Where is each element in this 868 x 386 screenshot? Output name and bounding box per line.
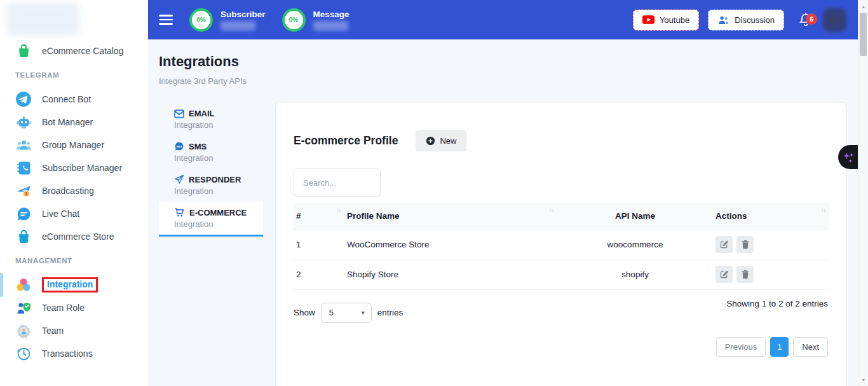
scroll-up-arrow[interactable]: ▲ <box>858 1 868 11</box>
message-stat-value-blurred <box>313 21 348 31</box>
tab-title: EMAIL <box>189 109 214 118</box>
shopping-bag-icon <box>15 43 32 59</box>
notifications-bell[interactable]: 6 <box>798 11 813 28</box>
column-header-actions[interactable]: Actions↑↓ <box>713 203 829 230</box>
discussion-button-label: Discussion <box>735 15 775 25</box>
show-label: Show <box>294 308 315 317</box>
panel-title: E-commerce Profile <box>294 134 398 148</box>
sidebar-item-label: Group Manager <box>42 140 104 150</box>
ecommerce-profile-card: E-commerce Profile New #↑↓ Profile Name↑… <box>275 102 846 386</box>
tab-subtitle: Integration <box>174 120 263 130</box>
sidebar-item-integration[interactable]: Integration <box>0 273 148 296</box>
youtube-button-label: Youtube <box>660 15 689 25</box>
subscriber-stat-label: Subscriber <box>220 10 266 19</box>
table-row: 2 Shopify Store shopify <box>294 259 829 289</box>
plus-circle-icon <box>426 136 435 146</box>
page-size-value: 5 <box>329 308 334 317</box>
entries-label: entries <box>377 308 403 317</box>
column-header-num[interactable]: #↑↓ <box>294 203 344 230</box>
app-logo <box>6 3 79 36</box>
sms-bubble-icon: SMS <box>174 141 184 151</box>
message-progress-ring: 0% <box>282 8 306 32</box>
envelope-icon <box>174 109 184 118</box>
sidebar-item-connect-bot[interactable]: Connect Bot <box>0 88 148 111</box>
youtube-button[interactable]: Youtube <box>633 10 699 31</box>
sidebar-item-group-manager[interactable]: Group Manager <box>0 134 148 156</box>
sidebar-item-label: Team <box>42 326 64 336</box>
sidebar-item-team-role[interactable]: Team Role <box>0 296 148 319</box>
robot-icon <box>15 114 32 130</box>
tab-subtitle: Integration <box>174 186 263 196</box>
sidebar-item-label: Integration <box>47 279 93 289</box>
scrollbar-thumb[interactable] <box>860 13 867 56</box>
entries-summary: Showing 1 to 2 of 2 entries <box>726 299 828 323</box>
column-header-api-name[interactable]: API Name <box>557 203 713 230</box>
edit-icon <box>719 240 729 249</box>
svg-text:SMS: SMS <box>177 145 182 148</box>
color-circles-icon <box>15 277 32 293</box>
sort-icon: ↑↓ <box>821 207 825 213</box>
sidebar-item-live-chat[interactable]: Live Chat <box>0 202 148 225</box>
ai-assistant-button[interactable] <box>838 145 858 169</box>
delete-button[interactable] <box>736 236 754 253</box>
edit-button[interactable] <box>715 236 733 253</box>
users-group-icon <box>15 137 32 153</box>
trash-icon <box>741 240 750 249</box>
discussion-button[interactable]: Discussion <box>708 10 784 31</box>
sort-icon: ↑↓ <box>549 207 553 213</box>
tab-subtitle: Integration <box>174 219 263 229</box>
paper-plane-icon <box>174 174 184 184</box>
sidebar-item-bot-manager[interactable]: Bot Manager <box>0 111 148 134</box>
row-api-name: shopify <box>557 259 713 289</box>
page-size-select[interactable]: 5 ▾ <box>321 303 372 323</box>
sort-icon: ↑↓ <box>336 207 341 213</box>
page-size-control: Show 5 ▾ entries <box>294 303 403 323</box>
youtube-icon <box>642 15 654 24</box>
cart-icon <box>174 207 185 217</box>
search-input[interactable] <box>294 168 381 197</box>
new-profile-button[interactable]: New <box>416 130 466 151</box>
tab-ecommerce-integration[interactable]: E-COMMERCE Integration <box>159 202 263 237</box>
row-api-name: woocommerce <box>557 230 713 259</box>
delete-button[interactable] <box>736 266 754 283</box>
top-header: 0% Subscriber 0% Message Youtube <box>148 0 858 39</box>
hamburger-menu-icon[interactable] <box>159 12 173 27</box>
notification-count-badge: 6 <box>806 13 817 25</box>
sidebar-item-ecommerce-store[interactable]: eCommerce Store <box>0 225 148 248</box>
broadcast-badge-count: 1 <box>25 191 27 196</box>
sidebar-item-subscriber-manager[interactable]: Subscriber Manager <box>0 156 148 179</box>
current-page-button[interactable]: 1 <box>770 337 789 357</box>
telegram-icon <box>15 91 32 107</box>
scroll-down-arrow[interactable]: ▼ <box>858 375 868 385</box>
sidebar-item-broadcasting[interactable]: 1 Broadcasting <box>0 179 148 202</box>
chat-bubble-icon <box>15 205 32 222</box>
sparkles-icon <box>841 149 855 165</box>
tab-sms-integration[interactable]: SMS SMS Integration <box>159 135 263 169</box>
edit-button[interactable] <box>715 266 733 283</box>
sidebar-item-ecommerce-catalog[interactable]: eCommerce Catalog <box>0 39 148 62</box>
message-stat-label: Message <box>313 10 349 19</box>
sidebar-item-label: Subscriber Manager <box>42 163 122 173</box>
users-icon <box>717 15 729 25</box>
next-page-button[interactable]: Next <box>793 337 828 357</box>
sidebar-item-label: Live Chat <box>42 209 79 219</box>
table-row: 1 WooCommerce Store woocommerce <box>294 230 829 259</box>
edit-icon <box>719 270 729 279</box>
main-content: Integrations Integrate 3rd Party APIs EM… <box>148 39 858 386</box>
user-avatar[interactable] <box>822 8 847 32</box>
sidebar-item-label: Bot Manager <box>42 117 93 127</box>
row-num: 2 <box>294 259 344 289</box>
sidebar-item-label: Transactions <box>42 348 93 359</box>
store-bag-icon <box>15 228 32 245</box>
sidebar-item-transactions[interactable]: Transactions <box>0 342 148 365</box>
column-header-profile-name[interactable]: Profile Name↑↓ <box>344 203 557 230</box>
page-title: Integrations <box>159 53 239 70</box>
tab-responder-integration[interactable]: RESPONDER Integration <box>159 169 263 202</box>
app-root: eCommerce Catalog TELEGRAM Connect Bot B… <box>0 0 868 386</box>
tab-email-integration[interactable]: EMAIL Integration <box>159 103 263 135</box>
previous-page-button[interactable]: Previous <box>716 337 766 357</box>
profiles-table: #↑↓ Profile Name↑↓ API Name Actions↑↓ 1 … <box>294 203 829 290</box>
row-profile-name: Shopify Store <box>344 259 557 289</box>
sidebar-item-team[interactable]: Team <box>0 319 148 342</box>
tab-title: SMS <box>189 142 207 151</box>
